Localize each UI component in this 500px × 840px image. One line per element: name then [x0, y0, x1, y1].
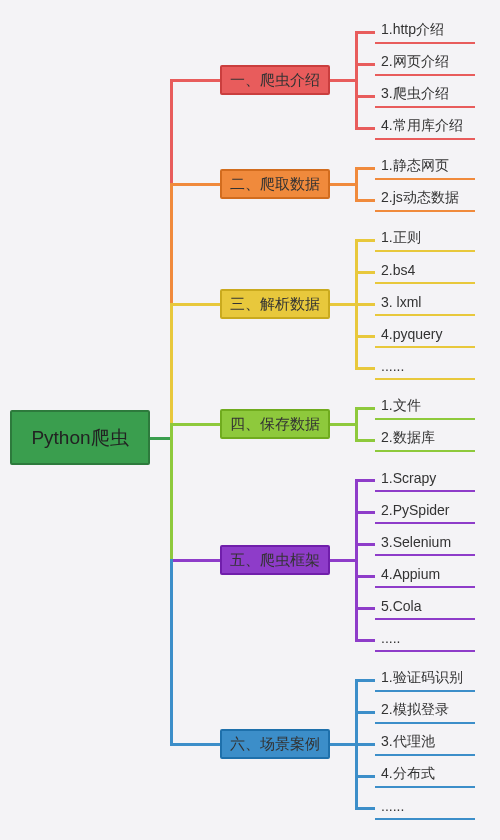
leaf-label: 1.文件 [381, 397, 421, 415]
leaf-node[interactable]: 1.Scrapy [375, 468, 475, 492]
root-label: Python爬虫 [31, 425, 128, 451]
connector-line [170, 183, 220, 186]
connector-line [330, 743, 355, 746]
leaf-label: 2.PySpider [381, 502, 449, 518]
connector-line [355, 199, 375, 202]
connector-line [170, 423, 173, 562]
leaf-label: 2.模拟登录 [381, 701, 449, 719]
connector-line [355, 679, 375, 682]
branch-label: 六、场景案例 [230, 735, 320, 754]
leaf-node[interactable]: 2.bs4 [375, 260, 475, 284]
leaf-node[interactable]: 3.Selenium [375, 532, 475, 556]
leaf-node[interactable]: 2.PySpider [375, 500, 475, 524]
leaf-label: 2.bs4 [381, 262, 415, 278]
leaf-node[interactable]: 1.文件 [375, 396, 475, 420]
leaf-node[interactable]: 1.正则 [375, 228, 475, 252]
leaf-label: 4.pyquery [381, 326, 442, 342]
branch-node-3[interactable]: 三、解析数据 [220, 289, 330, 319]
leaf-node[interactable]: 4.常用库介绍 [375, 116, 475, 140]
connector-line [170, 559, 173, 746]
leaf-label: ...... [381, 798, 404, 814]
root-node[interactable]: Python爬虫 [10, 410, 150, 465]
connector-line [355, 775, 375, 778]
leaf-node[interactable]: 4.pyquery [375, 324, 475, 348]
connector-line [330, 559, 355, 562]
connector-line [355, 95, 375, 98]
branch-node-1[interactable]: 一、爬虫介绍 [220, 65, 330, 95]
leaf-node[interactable]: 2.网页介绍 [375, 52, 475, 76]
leaf-node[interactable]: 3.代理池 [375, 732, 475, 756]
connector-line [355, 367, 375, 370]
leaf-label: 2.网页介绍 [381, 53, 449, 71]
leaf-node[interactable]: 3. lxml [375, 292, 475, 316]
leaf-label: 3.爬虫介绍 [381, 85, 449, 103]
leaf-node[interactable]: 1.http介绍 [375, 20, 475, 44]
connector-line [170, 79, 220, 82]
leaf-label: 3.Selenium [381, 534, 451, 550]
connector-line [170, 559, 220, 562]
connector-line [170, 303, 173, 426]
branch-label: 四、保存数据 [230, 415, 320, 434]
connector-line [355, 407, 375, 410]
leaf-node[interactable]: 2.模拟登录 [375, 700, 475, 724]
leaf-node[interactable]: 4.Appium [375, 564, 475, 588]
leaf-label: ...... [381, 358, 404, 374]
branch-node-5[interactable]: 五、爬虫框架 [220, 545, 330, 575]
connector-line [355, 479, 358, 642]
leaf-label: 4.Appium [381, 566, 440, 582]
leaf-label: 1.http介绍 [381, 21, 444, 39]
branch-label: 二、爬取数据 [230, 175, 320, 194]
connector-line [355, 127, 375, 130]
leaf-label: 1.正则 [381, 229, 421, 247]
branch-label: 一、爬虫介绍 [230, 71, 320, 90]
connector-line [355, 479, 375, 482]
connector-line [170, 423, 220, 426]
branch-node-6[interactable]: 六、场景案例 [220, 729, 330, 759]
leaf-node[interactable]: ...... [375, 796, 475, 820]
branch-label: 五、爬虫框架 [230, 551, 320, 570]
connector-line [355, 63, 375, 66]
connector-line [355, 607, 375, 610]
connector-line [355, 31, 375, 34]
connector-line [170, 743, 220, 746]
leaf-label: 1.静态网页 [381, 157, 449, 175]
leaf-label: 1.Scrapy [381, 470, 436, 486]
connector-line [355, 543, 375, 546]
leaf-node[interactable]: 5.Cola [375, 596, 475, 620]
connector-line [355, 239, 375, 242]
connector-line [355, 711, 375, 714]
connector-line [355, 439, 375, 442]
leaf-node[interactable]: 1.验证码识别 [375, 668, 475, 692]
connector-line [355, 167, 375, 170]
leaf-node[interactable]: 2.js动态数据 [375, 188, 475, 212]
leaf-node[interactable]: ...... [375, 356, 475, 380]
connector-line [355, 271, 375, 274]
connector-line [330, 183, 355, 186]
leaf-node[interactable]: 3.爬虫介绍 [375, 84, 475, 108]
leaf-label: 4.分布式 [381, 765, 435, 783]
leaf-node[interactable]: 1.静态网页 [375, 156, 475, 180]
connector-line [355, 639, 375, 642]
connector-line [355, 575, 375, 578]
leaf-label: 1.验证码识别 [381, 669, 463, 687]
branch-node-2[interactable]: 二、爬取数据 [220, 169, 330, 199]
branch-label: 三、解析数据 [230, 295, 320, 314]
leaf-label: 2.数据库 [381, 429, 435, 447]
connector-line [355, 335, 375, 338]
connector-line [170, 79, 173, 186]
leaf-node[interactable]: ..... [375, 628, 475, 652]
connector-line [170, 183, 173, 306]
leaf-label: 4.常用库介绍 [381, 117, 463, 135]
branch-node-4[interactable]: 四、保存数据 [220, 409, 330, 439]
leaf-label: ..... [381, 630, 400, 646]
connector-line [355, 743, 375, 746]
leaf-node[interactable]: 2.数据库 [375, 428, 475, 452]
connector-line [355, 407, 358, 442]
connector-line [355, 511, 375, 514]
leaf-label: 3.代理池 [381, 733, 435, 751]
connector-line [330, 79, 355, 82]
connector-line [330, 303, 355, 306]
connector-line [355, 167, 358, 202]
leaf-node[interactable]: 4.分布式 [375, 764, 475, 788]
connector-line [330, 423, 355, 426]
